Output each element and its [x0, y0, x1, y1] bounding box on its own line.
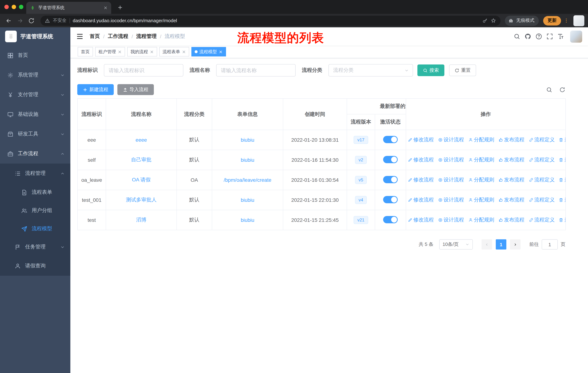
- sidebar-item-devtools[interactable]: 研发工具: [0, 124, 70, 144]
- active-toggle[interactable]: [383, 156, 398, 163]
- page-number-current[interactable]: 1: [496, 239, 506, 250]
- process-category-select[interactable]: 流程分类: [328, 64, 413, 77]
- process-name-link[interactable]: OA 请假: [132, 177, 151, 182]
- sidebar-item-workflow[interactable]: 工作流程: [0, 144, 70, 163]
- goto-page-input[interactable]: [542, 239, 558, 250]
- help-icon[interactable]: [536, 33, 542, 40]
- bookmark-star-icon[interactable]: [491, 18, 496, 23]
- design-process-link[interactable]: 设计流程: [438, 177, 464, 183]
- create-process-button[interactable]: 新建流程: [77, 84, 114, 95]
- process-name-link[interactable]: 自己审批: [131, 157, 151, 162]
- process-definition-link[interactable]: 流程定义: [529, 177, 555, 183]
- toggle-search-icon[interactable]: [546, 87, 552, 93]
- delete-link[interactable]: 删除: [559, 217, 566, 223]
- active-toggle[interactable]: [383, 196, 398, 203]
- active-toggle[interactable]: [383, 136, 398, 143]
- sidebar-fold-icon[interactable]: [76, 33, 84, 40]
- breadcrumb-process-management[interactable]: 流程管理: [136, 33, 157, 40]
- refresh-table-icon[interactable]: [559, 87, 565, 93]
- page-size-select[interactable]: 10条/页: [439, 239, 473, 250]
- design-process-link[interactable]: 设计流程: [438, 137, 464, 143]
- publish-process-link[interactable]: 发布流程: [499, 177, 524, 183]
- process-name-link[interactable]: eeee: [136, 137, 147, 143]
- process-name-link[interactable]: 测试多审批人: [126, 197, 157, 202]
- security-warning-icon[interactable]: [45, 18, 50, 23]
- forward-button[interactable]: [15, 16, 25, 26]
- reset-button[interactable]: 重置: [449, 64, 476, 76]
- assign-rule-link[interactable]: 分配规则: [468, 217, 494, 223]
- tab-close-icon[interactable]: [104, 6, 107, 10]
- modify-process-link[interactable]: 修改流程: [408, 177, 434, 183]
- new-tab-button[interactable]: [116, 3, 124, 12]
- publish-process-link[interactable]: 发布流程: [499, 197, 524, 203]
- url-text[interactable]: dashboard.yudao.iocoder.cn/bpm/manager/m…: [73, 18, 479, 23]
- sidebar-logo[interactable]: 芋道管理系统: [0, 27, 70, 46]
- close-icon[interactable]: [219, 50, 223, 54]
- form-info-link[interactable]: /bpm/oa/leave/create: [224, 177, 271, 183]
- assign-rule-link[interactable]: 分配规则: [468, 157, 494, 163]
- assign-rule-link[interactable]: 分配规则: [468, 137, 494, 143]
- publish-process-link[interactable]: 发布流程: [499, 217, 524, 223]
- reload-button[interactable]: [26, 16, 36, 26]
- browser-update-button[interactable]: 更新: [543, 16, 561, 25]
- browser-menu-icon[interactable]: [562, 16, 570, 25]
- modify-process-link[interactable]: 修改流程: [408, 217, 434, 223]
- form-info-link[interactable]: biubiu: [241, 157, 254, 163]
- design-process-link[interactable]: 设计流程: [438, 157, 464, 163]
- form-info-link[interactable]: biubiu: [241, 217, 254, 223]
- tag-home[interactable]: 首页: [78, 47, 93, 56]
- modify-process-link[interactable]: 修改流程: [408, 137, 434, 143]
- zoom-window-button[interactable]: [19, 5, 23, 9]
- active-toggle[interactable]: [383, 176, 398, 183]
- design-process-link[interactable]: 设计流程: [438, 197, 464, 203]
- breadcrumb-workflow[interactable]: 工作流程: [108, 33, 128, 40]
- assign-rule-link[interactable]: 分配规则: [468, 177, 494, 183]
- close-window-button[interactable]: [4, 5, 9, 9]
- process-name-input[interactable]: [216, 64, 296, 77]
- version-badge[interactable]: v2: [355, 156, 367, 164]
- import-process-button[interactable]: 导入流程: [117, 84, 154, 95]
- sidebar-item-user-group[interactable]: 用户分组: [0, 202, 70, 220]
- password-key-icon[interactable]: [482, 18, 488, 23]
- delete-link[interactable]: 删除: [559, 157, 566, 163]
- sidebar-item-task-management[interactable]: 任务管理: [0, 238, 70, 256]
- close-icon[interactable]: [150, 50, 154, 54]
- close-icon[interactable]: [182, 50, 186, 54]
- version-badge[interactable]: v17: [354, 136, 368, 144]
- process-definition-link[interactable]: 流程定义: [529, 217, 555, 223]
- search-icon[interactable]: [514, 33, 520, 40]
- modify-process-link[interactable]: 修改流程: [408, 197, 434, 203]
- font-size-icon[interactable]: [557, 33, 564, 40]
- prev-page-button[interactable]: [482, 239, 492, 250]
- delete-link[interactable]: 删除: [559, 177, 566, 183]
- process-definition-link[interactable]: 流程定义: [529, 137, 555, 143]
- active-toggle[interactable]: [383, 216, 398, 223]
- form-info-link[interactable]: biubiu: [241, 137, 254, 143]
- sidebar-item-process-form[interactable]: 流程表单: [0, 183, 70, 202]
- close-icon[interactable]: [118, 50, 122, 54]
- process-name-link[interactable]: 滔博: [136, 217, 146, 222]
- minimize-window-button[interactable]: [12, 5, 16, 9]
- search-button[interactable]: 搜索: [417, 64, 444, 76]
- sidebar-item-leave-query[interactable]: 请假查询: [0, 256, 70, 276]
- sidebar-item-process-model[interactable]: 流程模型: [0, 220, 70, 238]
- sidebar-item-home[interactable]: 首页: [0, 46, 70, 65]
- address-bar[interactable]: 不安全 dashboard.yudao.iocoder.cn/bpm/manag…: [41, 15, 501, 26]
- sidebar-item-system[interactable]: 系统管理: [0, 65, 70, 85]
- publish-process-link[interactable]: 发布流程: [499, 157, 524, 163]
- process-definition-link[interactable]: 流程定义: [529, 197, 555, 203]
- sidebar-item-infrastructure[interactable]: 基础设施: [0, 105, 70, 124]
- github-icon[interactable]: [525, 33, 531, 40]
- breadcrumb-home[interactable]: 首页: [90, 33, 100, 40]
- design-process-link[interactable]: 设计流程: [438, 217, 464, 223]
- process-id-input[interactable]: [104, 64, 183, 77]
- process-definition-link[interactable]: 流程定义: [529, 157, 555, 163]
- sidebar-item-payment[interactable]: 支付管理: [0, 85, 70, 105]
- back-button[interactable]: [4, 16, 13, 26]
- user-avatar[interactable]: [570, 30, 582, 42]
- browser-profile-avatar[interactable]: [573, 15, 584, 26]
- tag-tenant[interactable]: 租户管理: [95, 47, 125, 56]
- delete-link[interactable]: 删除: [559, 137, 566, 143]
- version-badge[interactable]: v5: [355, 176, 367, 184]
- delete-link[interactable]: 删除: [559, 197, 566, 203]
